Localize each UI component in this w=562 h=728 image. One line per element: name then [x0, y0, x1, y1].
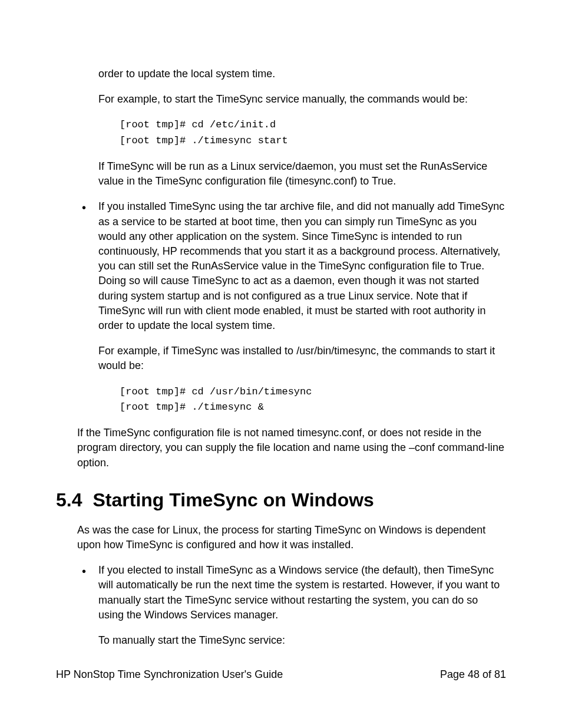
code-line: [root tmp]# ./timesync start [120, 135, 288, 146]
footer-title: HP NonStop Time Synchronization User's G… [56, 668, 283, 681]
bullet-list: If you elected to install TimeSync as a … [77, 563, 506, 622]
section-heading: 5.4Starting TimeSync on Windows [56, 489, 506, 511]
body-text: If you elected to install TimeSync as a … [98, 563, 506, 622]
code-block: [root tmp]# cd /etc/init.d [root tmp]# .… [120, 117, 506, 149]
section-title: Starting TimeSync on Windows [92, 489, 373, 510]
code-block: [root tmp]# cd /usr/bin/timesync [root t… [120, 384, 506, 416]
body-text: For example, if TimeSync was installed t… [98, 344, 506, 373]
section-number: 5.4 [56, 489, 82, 511]
body-text: As was the case for Linux, the process f… [77, 523, 506, 552]
body-text: If you installed TimeSync using the tar … [98, 199, 506, 333]
code-line: [root tmp]# cd /usr/bin/timesync [120, 386, 312, 397]
body-text: For example, to start the TimeSync servi… [98, 92, 506, 107]
body-text: If TimeSync will be run as a Linux servi… [98, 159, 506, 189]
bullet-list: If you installed TimeSync using the tar … [77, 199, 506, 333]
list-item: If you installed TimeSync using the tar … [77, 199, 506, 333]
footer-page-number: Page 48 of 81 [440, 668, 506, 681]
body-text: If the TimeSync configuration file is no… [77, 426, 506, 470]
page-content: order to update the local system time. F… [0, 0, 562, 648]
code-line: [root tmp]# ./timesync & [120, 401, 264, 413]
list-item: If you elected to install TimeSync as a … [77, 563, 506, 622]
page-footer: HP NonStop Time Synchronization User's G… [56, 668, 506, 681]
body-text: To manually start the TimeSync service: [98, 633, 506, 648]
code-line: [root tmp]# cd /etc/init.d [120, 119, 276, 130]
body-text: order to update the local system time. [98, 67, 506, 81]
